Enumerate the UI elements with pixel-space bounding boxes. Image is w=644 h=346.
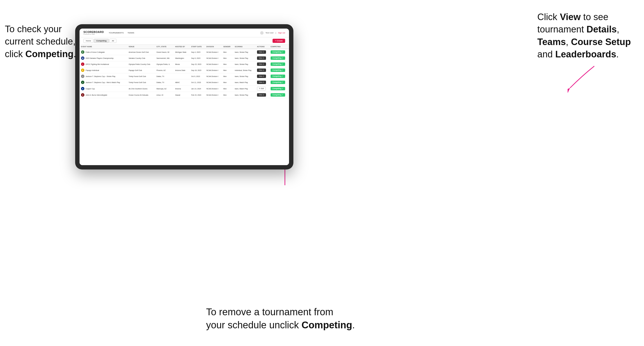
cell-scoring: team, Match Play bbox=[233, 85, 256, 92]
create-button[interactable]: + Create bbox=[272, 39, 285, 43]
team-logo: J bbox=[81, 75, 84, 78]
tab-competing[interactable]: Competing bbox=[94, 39, 109, 43]
cell-hosted: Michigan State bbox=[174, 49, 190, 55]
app-header: SCOREBOARD Powered by clippi TOURNAMENTS… bbox=[80, 28, 289, 37]
competing-button[interactable]: Competing ✓ bbox=[270, 68, 286, 72]
cell-date: Oct 11, 2023 bbox=[190, 79, 205, 85]
main-nav: TOURNAMENTS TEAMS bbox=[109, 32, 134, 34]
tablet-device: SCOREBOARD Powered by clippi TOURNAMENTS… bbox=[75, 24, 294, 170]
tournaments-table-container: EVENT NAME VENUE CITY, STATE HOSTED BY S… bbox=[80, 44, 289, 165]
cell-date: Sep 15, 2023 bbox=[190, 61, 205, 67]
table-row: J Jackson T. Stephens Cup – Stroke Play … bbox=[80, 73, 289, 79]
cell-city: Maricopa, AZ bbox=[155, 85, 174, 92]
cell-actions: View ⊙ bbox=[256, 79, 269, 85]
view-button[interactable]: View ⊙ bbox=[257, 62, 266, 66]
cell-city: Grand Haven, MI bbox=[155, 49, 174, 55]
tab-all[interactable]: All bbox=[109, 39, 116, 43]
nav-tournaments[interactable]: TOURNAMENTS bbox=[109, 32, 124, 34]
cell-scoring: team, Stroke Play bbox=[233, 73, 256, 79]
view-button[interactable]: View ⊙ bbox=[257, 81, 266, 84]
cell-competing: Competing ✓ bbox=[269, 85, 289, 92]
annotation-topleft-text: To check yourcurrent schedule,click Comp… bbox=[5, 24, 76, 59]
competing-button[interactable]: Competing ✓ bbox=[270, 56, 286, 60]
cell-date: Sep 9, 2023 bbox=[190, 55, 205, 61]
tablet-screen: SCOREBOARD Powered by clippi TOURNAMENTS… bbox=[80, 28, 289, 165]
cell-competing: Competing ✓ bbox=[269, 79, 289, 85]
col-event-name: EVENT NAME bbox=[80, 44, 127, 49]
cell-competing: Competing ✓ bbox=[269, 92, 289, 98]
cell-event-name: F Folds of Honor Collegiate bbox=[80, 49, 127, 55]
cell-venue: Papago Golf Club bbox=[127, 67, 155, 73]
cell-actions: View ⊙ bbox=[256, 67, 269, 73]
team-logo: F bbox=[81, 50, 84, 54]
view-button[interactable]: View ⊙ bbox=[257, 50, 266, 54]
brand-title: SCOREBOARD bbox=[84, 31, 104, 33]
team-logo: I bbox=[81, 62, 84, 66]
view-button[interactable]: View ⊙ bbox=[257, 68, 266, 72]
tab-home[interactable]: Home bbox=[84, 39, 93, 43]
event-name-text: 2023 Sahalee Players Championship bbox=[86, 57, 114, 59]
table-body: F Folds of Honor Collegiate American Dun… bbox=[80, 49, 289, 98]
signout-link[interactable]: Sign out bbox=[278, 32, 285, 34]
table-header-row: EVENT NAME VENUE CITY, STATE HOSTED BY S… bbox=[80, 44, 289, 49]
brand-sub: Powered by clippi bbox=[84, 33, 104, 35]
col-start-date: START DATE bbox=[190, 44, 205, 49]
cell-gender: Men bbox=[222, 79, 233, 85]
view-button[interactable]: View ⊙ bbox=[257, 56, 266, 60]
cell-competing: Competing ✓ bbox=[269, 67, 289, 73]
annotation-topright-text: Click View to see tournament Details, Te… bbox=[537, 12, 631, 59]
cell-division: NCAA Division I bbox=[205, 85, 222, 92]
competing-button[interactable]: Competing ✓ bbox=[270, 87, 286, 90]
cell-date: Sep 18, 2023 bbox=[190, 67, 205, 73]
cell-actions: View ⊙ bbox=[256, 55, 269, 61]
competing-button[interactable]: Competing ✓ bbox=[270, 62, 286, 66]
cell-scoring: team, Stroke Play bbox=[233, 61, 256, 67]
cell-city: Phoenix, AZ bbox=[155, 67, 174, 73]
competing-button[interactable]: Competing ✓ bbox=[270, 81, 286, 84]
table-row: P Papago Individual Papago Golf Club Pho… bbox=[80, 67, 289, 73]
cell-division: NCAA Division I bbox=[205, 73, 222, 79]
cell-hosted bbox=[174, 73, 190, 79]
cell-actions: ✎ Edit bbox=[256, 85, 269, 92]
cell-competing: Competing ✓ bbox=[269, 55, 289, 61]
cell-competing: Competing ✓ bbox=[269, 49, 289, 55]
cell-competing: Competing ✓ bbox=[269, 73, 289, 79]
cell-actions: View ⊙ bbox=[256, 73, 269, 79]
competing-button[interactable]: Competing ✓ bbox=[270, 93, 286, 97]
table-row: H John A. Burns Intercollegiate Ocean Co… bbox=[80, 92, 289, 98]
cell-city: Lihue, HI bbox=[155, 92, 174, 98]
nav-teams[interactable]: TEAMS bbox=[128, 32, 134, 34]
user-name: Test User bbox=[266, 32, 274, 34]
event-name-text: Jackson T. Stephens Cup – Men's Match Pl… bbox=[86, 82, 120, 83]
cell-gender: Men bbox=[222, 61, 233, 67]
cell-hosted: Arizona State bbox=[174, 67, 190, 73]
cell-division: NCAA Division I bbox=[205, 79, 222, 85]
cell-gender: Men bbox=[222, 73, 233, 79]
cell-actions: View ⊙ bbox=[256, 49, 269, 55]
competing-button[interactable]: Competing ✓ bbox=[270, 75, 286, 78]
competing-button[interactable]: Competing ✓ bbox=[270, 50, 286, 54]
edit-button[interactable]: ✎ Edit bbox=[257, 87, 266, 91]
table-row: A Copper Cup Ak-Chin Southern Dunes Mari… bbox=[80, 85, 289, 92]
event-name-text: OFCC Fighting Illini Invitational bbox=[86, 63, 109, 65]
event-name-text: Copper Cup bbox=[86, 88, 95, 90]
annotation-topright: Click View to see tournament Details, Te… bbox=[537, 11, 639, 60]
view-button[interactable]: View ⊙ bbox=[257, 93, 266, 97]
cell-scoring: team, Stroke Play bbox=[233, 92, 256, 98]
cell-date: Sep 4, 2023 bbox=[190, 49, 205, 55]
tournaments-table: EVENT NAME VENUE CITY, STATE HOSTED BY S… bbox=[80, 44, 289, 98]
table-row: W 2023 Sahalee Players Championship Saha… bbox=[80, 55, 289, 61]
cell-gender: Men bbox=[222, 55, 233, 61]
cell-hosted: Hawaii bbox=[174, 92, 190, 98]
cell-city: Dallas, TX bbox=[155, 79, 174, 85]
view-button[interactable]: View ⊙ bbox=[257, 75, 266, 78]
cell-hosted: Washington bbox=[174, 55, 190, 61]
cell-venue: Ocean Course At Hokuala bbox=[127, 92, 155, 98]
team-logo: A bbox=[81, 87, 84, 90]
col-division: DIVISION bbox=[205, 44, 222, 49]
table-row: F Folds of Honor Collegiate American Dun… bbox=[80, 49, 289, 55]
cell-division: NCAA Division I bbox=[205, 55, 222, 61]
table-row: I OFCC Fighting Illini Invitational Olym… bbox=[80, 61, 289, 67]
cell-date: Jan 14, 2024 bbox=[190, 85, 205, 92]
team-logo: P bbox=[81, 68, 84, 72]
